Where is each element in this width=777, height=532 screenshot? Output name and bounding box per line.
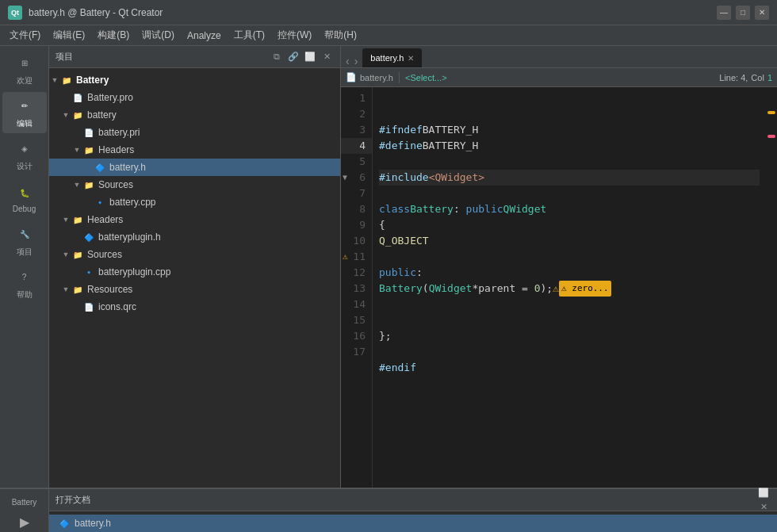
tab-battery-h-close[interactable]: ✕	[408, 54, 414, 63]
menu-item-analyze[interactable]: Analyze	[181, 28, 228, 44]
tree-item-resources-folder[interactable]: ▼📁Resources	[49, 281, 340, 298]
line-num-text-15: 15	[353, 312, 366, 328]
menu-item-h[interactable]: 帮助(H)	[318, 26, 363, 44]
tree-label-battery-h: battery.h	[109, 162, 146, 173]
tree-item-sources-folder[interactable]: ▼📁Sources	[49, 176, 340, 193]
line-num-10: 10	[341, 233, 372, 249]
menu-item-d[interactable]: 调试(D)	[136, 26, 181, 44]
debug-mode-btn[interactable]: ▶ Debug	[2, 515, 47, 533]
line-num-text-12: 12	[353, 265, 366, 281]
file-icon-toolbar: 📄	[346, 72, 357, 82]
line-num-text-1: 1	[359, 90, 366, 106]
sidebar-label-project: 项目	[17, 247, 33, 258]
sidebar-btn-edit[interactable]: ✏编辑	[2, 92, 47, 133]
folder-arrow-battery-folder[interactable]: ▼	[60, 111, 71, 119]
warning-gutter-mark	[767, 111, 775, 114]
tab-next-arrow[interactable]: ›	[353, 55, 360, 67]
toolbar-select-label[interactable]: <Select...>	[405, 73, 447, 82]
folder-arrow-sources-folder[interactable]: ▼	[71, 181, 82, 189]
filter-icon[interactable]: ⧉	[270, 50, 284, 64]
folder-arrow-sources-folder2[interactable]: ▼	[60, 251, 71, 258]
battery-mode-btn[interactable]: Battery	[2, 492, 47, 513]
edit-icon: ✏	[15, 97, 34, 116]
folder-arrow-battery-root[interactable]: ▼	[49, 76, 60, 84]
fold-arrow-6[interactable]: ▼	[343, 170, 347, 186]
sidebar-label-edit: 编辑	[17, 118, 33, 129]
file-icon-headers-folder: 📁	[82, 144, 95, 156]
project-icon: 🔧	[15, 225, 34, 244]
line-num-6: ▼6	[341, 170, 372, 186]
doc-item-battery-h-doc[interactable]: 🔷battery.h	[49, 515, 777, 532]
tab-prev-arrow[interactable]: ‹	[344, 55, 351, 67]
line-num-text-17: 17	[353, 344, 366, 360]
file-icon-sources-folder2: 📁	[71, 248, 84, 261]
sidebar-btn-design[interactable]: ◈设计	[2, 135, 47, 176]
close-panel-icon[interactable]: ✕	[320, 50, 334, 64]
file-icon-battery-pro: 📄	[71, 91, 84, 104]
menu-item-e[interactable]: 编辑(E)	[47, 26, 91, 44]
bottom-left-sidebar: Battery ▶ Debug ▶ 🔨 🔍	[0, 488, 49, 532]
toolbar-col-value: 1	[767, 73, 772, 82]
expand-icon[interactable]: ⬜	[303, 50, 317, 64]
bottom-section: Battery ▶ Debug ▶ 🔨 🔍 打开文档 ⬜ ✕ 🔷battery.…	[0, 488, 777, 532]
tree-item-battery-folder[interactable]: ▼📁battery	[49, 106, 340, 124]
close-button[interactable]: ✕	[755, 6, 769, 20]
line-num-16: 16	[341, 328, 372, 344]
line-num-text-11: 11	[353, 249, 366, 265]
line-num-9: 9	[341, 217, 372, 233]
tree-item-battery-pri[interactable]: 📄battery.pri	[49, 124, 340, 141]
sidebar-btn-welcome[interactable]: ⊞欢迎	[2, 49, 47, 90]
tree-label-headers-folder: Headers	[98, 144, 134, 155]
open-docs-panel-icons: ⬜ ✕	[756, 486, 771, 515]
tree-item-battery-cpp[interactable]: 🔹battery.cpp	[49, 193, 340, 211]
sidebar-btn-project[interactable]: 🔧项目	[2, 220, 47, 262]
tree-item-icons-qrc[interactable]: 📄icons.qrc	[49, 298, 340, 316]
tree-label-battery-pro: Battery.pro	[87, 92, 133, 103]
line-num-text-16: 16	[353, 328, 366, 344]
code-line-12	[379, 297, 760, 312]
folder-arrow-headers-folder[interactable]: ▼	[71, 146, 82, 154]
tree-item-batteryplugin-h[interactable]: 🔷batteryplugin.h	[49, 228, 340, 246]
right-gutter	[766, 87, 777, 488]
file-icon-battery-folder: 📁	[71, 109, 84, 121]
code-line-15	[379, 344, 760, 360]
tree-item-sources-folder2[interactable]: ▼📁Sources	[49, 246, 340, 263]
menu-item-f[interactable]: 文件(F)	[3, 26, 47, 44]
maximize-button[interactable]: □	[736, 6, 750, 20]
toolbar-filename: battery.h	[360, 73, 393, 82]
tree-item-battery-root[interactable]: ▼📁Battery	[49, 71, 340, 89]
file-panel-title: 项目	[56, 51, 266, 63]
folder-arrow-resources-folder[interactable]: ▼	[60, 285, 71, 293]
tree-item-headers-folder2[interactable]: ▼📁Headers	[49, 211, 340, 228]
battery-mode-label: Battery	[12, 498, 37, 507]
file-icon-battery-root: 📁	[60, 74, 73, 86]
code-line-9	[379, 249, 760, 265]
tree-item-batteryplugin-cpp[interactable]: 🔹batteryplugin.cpp	[49, 263, 340, 281]
panel-icons: ⧉ 🔗 ⬜ ✕	[270, 50, 334, 64]
link-icon[interactable]: 🔗	[286, 50, 300, 64]
sidebar-btn-debug[interactable]: 🐛Debug	[2, 178, 47, 219]
tree-item-battery-pro[interactable]: 📄Battery.pro	[49, 89, 340, 106]
code-line-3	[379, 154, 760, 170]
line-num-8: 8	[341, 201, 372, 217]
minimize-button[interactable]: —	[717, 6, 731, 20]
open-docs-panel: 打开文档 ⬜ ✕ 🔷battery.h🔹batteryplugin.cpp	[49, 488, 777, 532]
line-num-text-10: 10	[353, 233, 366, 249]
code-line-16: #endif	[379, 360, 760, 376]
open-docs-expand-icon[interactable]: ⬜	[756, 486, 771, 500]
tree-label-batteryplugin-h: batteryplugin.h	[98, 232, 161, 243]
menu-item-b[interactable]: 构建(B)	[91, 26, 136, 44]
line-warn-icon-11: ⚠	[343, 249, 348, 265]
menu-item-t[interactable]: 工具(T)	[228, 26, 271, 44]
tab-battery-h[interactable]: battery.h ✕	[362, 48, 422, 67]
line-numbers: 12345▼678910⚠11121314151617	[341, 87, 373, 488]
file-icon-battery-cpp: 🔹	[94, 196, 106, 209]
sidebar-label-debug: Debug	[13, 205, 36, 213]
tree-item-headers-folder[interactable]: ▼📁Headers	[49, 141, 340, 159]
folder-arrow-headers-folder2[interactable]: ▼	[60, 216, 71, 224]
window-title: battery.h @ Battery - Qt Creator	[29, 7, 710, 18]
code-content[interactable]: #ifndef BATTERY_H#define BATTERY_H #incl…	[373, 87, 766, 488]
tree-item-battery-h[interactable]: 🔷battery.h	[49, 159, 340, 176]
menu-item-w[interactable]: 控件(W)	[271, 26, 318, 44]
sidebar-btn-help[interactable]: ?帮助	[2, 263, 47, 304]
